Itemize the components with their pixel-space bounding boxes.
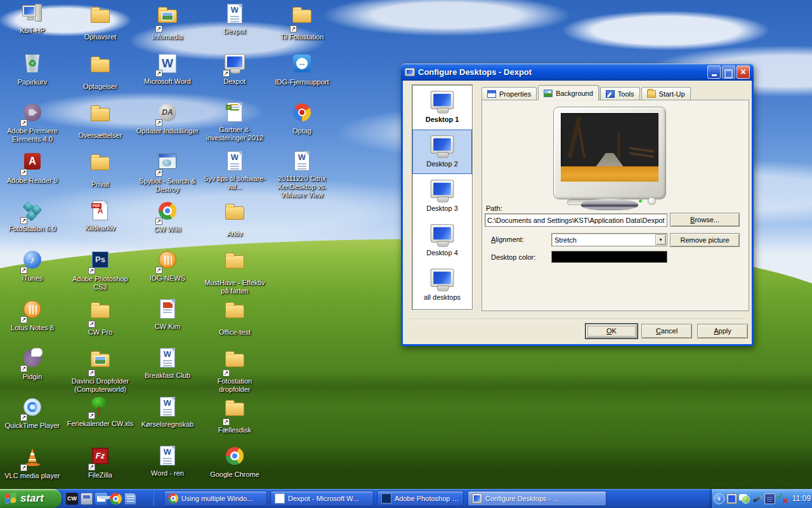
taskbar-button-configure-desktops-[interactable]: Configure Desktops - ...	[468, 491, 606, 506]
lotus-tray-icon[interactable]	[764, 493, 775, 504]
browse-button[interactable]: Browse...	[670, 213, 740, 227]
desktop-icon-itunes[interactable]: ♪↗iTunes	[0, 249, 66, 283]
desktop-icon-office-test[interactable]: Office-test	[201, 298, 268, 337]
checkx-tray-icon[interactable]	[777, 493, 788, 504]
desktop-list-item-desktop-2[interactable]: Desktop 2	[412, 130, 472, 174]
desktop-icon-adobe-premiere-elements-4-0[interactable]: ↗Adobe Premiere Elements 4.0	[0, 102, 66, 144]
desktop-icon-ophavsret[interactable]: Ophavsret	[67, 3, 134, 41]
folder-icon	[224, 206, 246, 228]
chrome-quicklaunch-icon[interactable]	[110, 493, 122, 505]
start-button[interactable]: start	[0, 489, 62, 508]
desktop-icon-infomedia[interactable]: ↗Infomedia	[134, 3, 201, 41]
desktop-icon-lotus-notes-8[interactable]: ↗Lotus Notes 8	[0, 298, 66, 332]
desktop-icon-fotostation-6-0[interactable]: ↗FotoStation 6.0	[0, 200, 66, 233]
desktop-icon-cw-wiki[interactable]: ↗CW Wiki	[134, 200, 201, 234]
shortcut-arrow-icon: ↗	[20, 217, 27, 224]
desktop-icon-word-ren[interactable]: WWord - ren	[134, 445, 201, 478]
outlook-quicklaunch-icon[interactable]	[95, 493, 107, 505]
dialer-quicklaunch-icon[interactable]	[81, 493, 93, 505]
tab-background[interactable]: Background	[538, 85, 599, 100]
cw-quicklaunch-icon[interactable]: CW	[66, 493, 78, 505]
tab-start-up[interactable]: Start-Up	[641, 87, 691, 100]
desktop-icon-breakfast-club[interactable]: WBreakfast Club	[134, 347, 201, 380]
dialog-titlebar[interactable]: Configure Desktops - Dexpot ×	[401, 64, 754, 81]
desktop-list-item-desktop-3[interactable]: Desktop 3	[412, 174, 472, 218]
chrome-icon	[224, 447, 246, 469]
desktop-list-label: Desktop 2	[413, 160, 471, 168]
desktop-icon-idg-news[interactable]: ↗IDG-NEWS	[134, 249, 201, 283]
taskbar-button-adobe-photoshop-cs3[interactable]: Adobe Photoshop CS3	[377, 491, 464, 506]
folder-icon	[89, 59, 111, 81]
tray-icon-group	[726, 493, 788, 504]
desktop-icon-syv-tips-til-software-val-[interactable]: WSyv tips til software-val...	[201, 150, 268, 191]
desktop-icon-quicktime-player[interactable]: ↗QuickTime Player	[0, 396, 66, 430]
desktop-icon-filezilla[interactable]: Fz↗FileZilla	[67, 445, 134, 479]
desktop-icon-davinci-dropfolder-computerworld-[interactable]: ↗Davinci Dropfolder (Computerworld)	[67, 347, 134, 394]
maximize-button[interactable]	[722, 65, 735, 79]
desktop-icon-gartner-it-investeringer-2012[interactable]: ✓Gartner it-investeringer 2012	[201, 102, 268, 142]
desktop-icon-optagelser[interactable]: Optagelser	[67, 53, 134, 91]
desktop-icon-pidgin[interactable]: ↗Pidgin	[0, 347, 66, 381]
desktop-icon-idg-fjernsupport[interactable]: IDG-Fjernsupport	[268, 53, 336, 86]
chrome-icon: ↗	[157, 202, 178, 224]
desktop-icon-cw-kim[interactable]: CW Kim	[134, 298, 201, 331]
desktop-color-swatch[interactable]	[551, 251, 667, 263]
apply-button[interactable]: Apply	[697, 324, 748, 338]
desktop-icon-spybot-search-destroy[interactable]: ↗Spybot - Search & Destroy	[134, 150, 201, 194]
desktop-icon-google-chrome[interactable]: Google Chrome	[201, 445, 268, 479]
desktop-list-item-all-desktops[interactable]: all desktops	[412, 263, 472, 307]
desktop-icon-kst-hp[interactable]: KST-HP	[0, 3, 66, 35]
desktop-icon-k-rselsregnskab[interactable]: WKørselsregnskab	[134, 396, 201, 429]
desktop-icon-papirkurv[interactable]: ♻Papirkurv	[0, 53, 66, 86]
desktop-icon-20111220-citrix-xendesktop-vs-vmware-view[interactable]: W20111220 Citrix XenDesktop vs. VMware V…	[268, 150, 336, 199]
desktop-icon-kildearkiv[interactable]: PDFAKildearkiv	[67, 200, 134, 232]
tab-tools[interactable]: Tools	[600, 87, 640, 100]
minimize-button[interactable]	[707, 65, 721, 79]
worddoc-icon: W	[157, 446, 178, 467]
desktop-icon-feriekalender-cw-xls[interactable]: ↗Feriekalender CW.xls	[67, 396, 134, 428]
cancel-button[interactable]: Cancel	[641, 324, 692, 338]
close-button[interactable]: ×	[737, 65, 750, 79]
journal-quicklaunch-icon[interactable]	[124, 493, 136, 505]
desktop-icon-til-fotostation[interactable]: ↗Til Fotostation	[268, 3, 336, 41]
desktop-icon-dexpot[interactable]: ↗Dexpot	[201, 53, 268, 86]
path-input[interactable]	[485, 213, 667, 227]
desktop-icon-microsoft-word[interactable]: W↗Microsoft Word	[134, 53, 201, 86]
desktop-list-item-desktop-1[interactable]: Desktop 1	[412, 85, 472, 130]
desktop-icon-label: Gartner it-investeringer 2012	[201, 126, 268, 142]
remove-picture-button[interactable]: Remove picture	[670, 233, 740, 247]
desktop-icon-label: Optagelser	[67, 83, 134, 91]
desktop-icon-adobe-photoshop-cs3[interactable]: Ps↗Adobe Photoshop CS3	[67, 249, 134, 291]
desktop-icon-opdater-indstillinger[interactable]: DA↗Opdater Indstillinger	[134, 102, 201, 135]
background-preview	[553, 107, 666, 210]
desktop-icon-adobe-reader-9[interactable]: A↗Adobe Reader 9	[0, 150, 66, 185]
folder-icon: ↗	[224, 403, 246, 424]
desktop-icon-f-llesdisk[interactable]: ↗Fællesdisk	[201, 396, 268, 434]
chevron-down-icon[interactable]: ▼	[655, 234, 666, 245]
desktop-icon-musthave-effektiv-p-farten[interactable]: MustHave - Effektiv på farten	[201, 249, 268, 295]
desktop-icon-label: CW Pro	[67, 328, 134, 337]
hide-tray-icons-chevron[interactable]: ‹	[714, 493, 724, 504]
desktop-icon-overs-ttelser[interactable]: Oversættelser	[67, 102, 134, 140]
configure-desktops-dialog: Configure Desktops - Dexpot × Desktop 1D…	[401, 64, 754, 346]
filezilla-icon: Fz↗	[89, 448, 111, 469]
desktop-icon-privat[interactable]: Privat	[67, 150, 134, 189]
desktop-icon-fotostation-dropfolder[interactable]: ↗Fotostation dropfolder	[201, 347, 268, 394]
desktop-icon-arkiv[interactable]: Arkiv	[201, 200, 268, 238]
leaf-ground	[561, 166, 658, 182]
taskbar-button-dexpot-microsoft-w-[interactable]: Dexpot - Microsoft W...	[270, 491, 374, 506]
desktop-icon-vlc-media-player[interactable]: ↗VLC media player	[0, 445, 66, 480]
pen-tray-icon[interactable]	[752, 493, 763, 504]
desktop-list-item-desktop-4[interactable]: Desktop 4	[412, 218, 472, 263]
alignment-select[interactable]: Stretch ▼	[551, 233, 667, 246]
tab-properties[interactable]: Properties	[481, 87, 537, 100]
desktop-icon-optag[interactable]: Optag	[268, 102, 336, 135]
taskbar-button-using-multiple-windo-[interactable]: Using multiple Windo...	[164, 491, 267, 506]
pidgin-tray-icon[interactable]	[739, 493, 750, 504]
desktop-icon-cw-pro[interactable]: ↗CW Pro	[67, 298, 134, 337]
desktop-icon-label: Spybot - Search & Destroy	[134, 177, 201, 194]
folder-icon	[89, 157, 111, 178]
desktop-icon-dexpot[interactable]: WDexpot	[201, 3, 268, 36]
ok-button[interactable]: OK	[586, 324, 638, 338]
dexpot-tray-icon[interactable]	[726, 493, 737, 504]
